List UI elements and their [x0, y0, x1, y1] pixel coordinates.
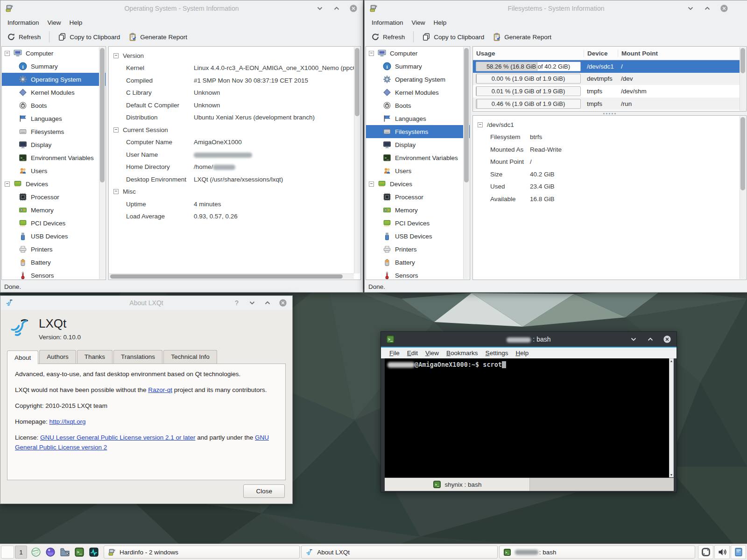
close-button[interactable] [278, 298, 288, 308]
maximize-button[interactable] [332, 4, 341, 13]
scrollbar[interactable] [109, 273, 354, 279]
sidebar-item-kernel-modules[interactable]: Kernel Modules [366, 86, 470, 99]
sidebar-item-devices[interactable]: Devices [2, 177, 106, 190]
menu-information[interactable]: Information [367, 18, 408, 28]
tray-clipboard[interactable] [731, 545, 746, 559]
sidebar-item-printers[interactable]: Printers [2, 243, 106, 256]
sidebar-item-computer[interactable]: Computer [2, 47, 106, 60]
filesystem-row-tmpfs-run[interactable]: 0.46 % (1.9 GiB of 1.9 GiB)tmpfs/run [473, 98, 740, 110]
minimize-button[interactable] [629, 335, 638, 344]
launcher-file-manager[interactable] [58, 546, 72, 559]
expander-icon[interactable] [5, 182, 10, 187]
menu-view[interactable]: View [422, 349, 443, 357]
scrollbar[interactable]: ▲▼ [669, 358, 674, 477]
minimize-button[interactable] [686, 4, 695, 13]
menu-settings[interactable]: Settings [482, 349, 512, 357]
taskbar-window-bash[interactable]: >_: bash [499, 546, 695, 559]
sidebar-item-usb-devices[interactable]: USB Devices [2, 230, 106, 243]
sidebar-item-sensors[interactable]: Sensors [366, 269, 470, 280]
workspace-button[interactable]: 1 [15, 546, 27, 559]
close-button[interactable] [662, 335, 672, 344]
sidebar-item-memory[interactable]: Memory [366, 203, 470, 217]
filesystem-row-tmpfs-dev-shm[interactable]: 0.01 % (1.9 GiB of 1.9 GiB)tmpfs/dev/shm [473, 85, 740, 98]
expander-icon[interactable] [113, 127, 119, 133]
close-button[interactable] [349, 4, 358, 13]
expander-icon[interactable] [478, 122, 483, 127]
scrollbar[interactable] [354, 47, 360, 273]
close-dialog-button[interactable]: Close [243, 484, 285, 498]
sidebar-item-environment-variables[interactable]: >_Environment Variables [366, 151, 470, 164]
minimize-button[interactable] [247, 298, 257, 308]
col-device[interactable]: Device [584, 50, 618, 57]
sidebar-item-processor[interactable]: Processor [366, 190, 470, 203]
maximize-button[interactable] [703, 4, 712, 13]
tray-volume[interactable] [714, 545, 730, 559]
sidebar-item-usb-devices[interactable]: USB Devices [366, 230, 470, 243]
link-razor-qt[interactable]: Razor-qt [148, 386, 172, 393]
desktop-switch-button[interactable] [1, 546, 14, 559]
sidebar-item-display[interactable]: Display [366, 138, 470, 151]
sidebar-item-languages[interactable]: Languages [366, 112, 470, 125]
titlebar[interactable]: >_ : bash [381, 332, 677, 347]
launcher-terminal[interactable]: >_ [72, 546, 86, 559]
menu-bookmarks[interactable]: Bookmarks [443, 349, 482, 357]
scrollbar[interactable] [99, 47, 105, 279]
menu-edit[interactable]: Edit [403, 349, 422, 357]
copy-to-clipboard-button[interactable]: Copy to Clipboard [56, 31, 122, 43]
refresh-button[interactable]: Refresh [5, 31, 42, 43]
sidebar-item-pci-devices[interactable]: PCI Devices [366, 217, 470, 230]
sidebar-item-filesystems[interactable]: Filesystems [366, 125, 470, 138]
sidebar-item-sensors[interactable]: Sensors [2, 269, 106, 280]
generate-report-button[interactable]: Generate Report [127, 31, 189, 43]
tab-authors[interactable]: Authors [39, 350, 76, 364]
menu-help[interactable]: Help [65, 18, 87, 28]
maximize-button[interactable] [263, 298, 272, 308]
sidebar-item-boots[interactable]: Boots [366, 99, 470, 112]
sidebar-item-memory[interactable]: Memory [2, 203, 106, 217]
maximize-button[interactable] [646, 335, 655, 344]
titlebar[interactable]: Filesystems - System Information [365, 0, 747, 16]
tab-thanks[interactable]: Thanks [77, 350, 113, 364]
close-button[interactable] [719, 4, 729, 13]
link-http-lxqt-org[interactable]: http://lxqt.org [49, 418, 86, 425]
expander-icon[interactable] [5, 51, 10, 56]
sidebar-item-users[interactable]: Users [2, 164, 106, 177]
help-button[interactable]: ? [232, 298, 241, 308]
scrollbar[interactable] [463, 47, 469, 279]
tab-about[interactable]: About [7, 350, 38, 364]
menu-help[interactable]: Help [512, 349, 532, 357]
sidebar-item-languages[interactable]: Languages [2, 112, 106, 125]
expander-icon[interactable] [369, 182, 374, 187]
sidebar-item-operating-system[interactable]: Operating System [366, 73, 470, 86]
sidebar-item-battery[interactable]: Battery [2, 256, 106, 269]
generate-report-button[interactable]: Generate Report [491, 31, 553, 43]
sidebar-item-environment-variables[interactable]: >_Environment Variables [2, 151, 106, 164]
tab-translations[interactable]: Translations [113, 350, 162, 364]
sidebar-item-processor[interactable]: Processor [2, 190, 106, 203]
launcher-web-browser[interactable] [29, 546, 43, 559]
link-gnu-lesser-general-public-license-version-2-1-or-later[interactable]: GNU Lesser General Public License versio… [40, 434, 195, 441]
filesystem-row-devtmpfs-dev[interactable]: 0.00 % (1.9 GiB of 1.9 GiB)devtmpfs/dev [473, 73, 740, 85]
launcher-globe-browser[interactable] [43, 546, 57, 559]
filesystem-row-dev-sdc1[interactable]: 58.26 % (16.8 GiB of 40.2 GiB)/dev/sdc1/ [473, 60, 740, 73]
titlebar[interactable]: About LXQt ? [0, 296, 292, 310]
menu-view[interactable]: View [43, 18, 65, 28]
expander-icon[interactable] [113, 189, 119, 194]
menu-help[interactable]: Help [430, 18, 451, 28]
sidebar-item-filesystems[interactable]: Filesystems [2, 125, 106, 138]
launcher-system-monitor[interactable] [87, 546, 101, 559]
expander-icon[interactable] [113, 53, 119, 58]
expander-icon[interactable] [369, 51, 374, 56]
col-usage[interactable]: Usage [473, 50, 584, 57]
sidebar-item-devices[interactable]: Devices [366, 177, 470, 190]
sidebar-item-operating-system[interactable]: Operating System [2, 73, 106, 86]
sidebar-item-summary[interactable]: iSummary [2, 60, 106, 73]
sidebar-item-boots[interactable]: Boots [2, 99, 106, 112]
scrollbar[interactable] [740, 116, 746, 279]
sidebar-item-display[interactable]: Display [2, 138, 106, 151]
titlebar[interactable]: Operating System - System Information [0, 0, 363, 16]
copy-to-clipboard-button[interactable]: Copy to Clipboard [420, 31, 486, 43]
terminal-screen[interactable]: @AmigaOneX1000:~$ scrot [385, 358, 669, 477]
col-mount-point[interactable]: Mount Point [618, 50, 740, 57]
sidebar-item-summary[interactable]: iSummary [366, 60, 470, 73]
